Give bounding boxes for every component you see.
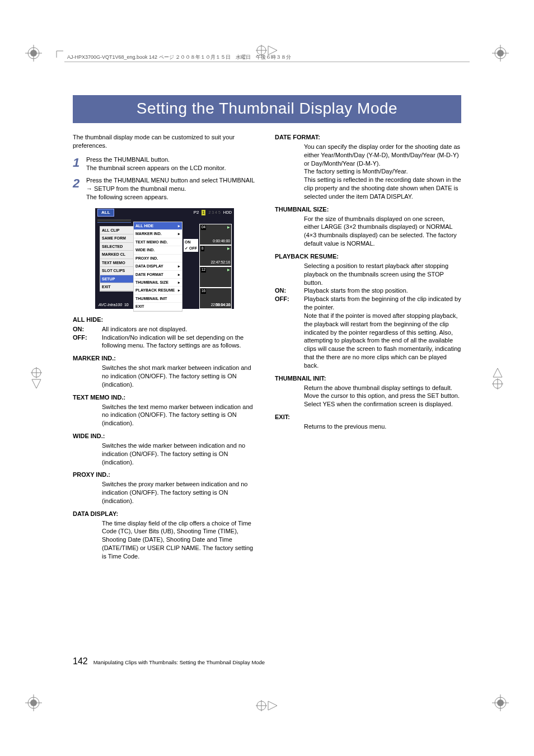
- crop-mark-icon: [492, 45, 509, 62]
- chevron-right-icon: ▸: [178, 223, 180, 228]
- def-term-wide: WIDE IND.:: [73, 432, 259, 440]
- ms-thumb-tc: 22:47:52:16: [211, 260, 230, 265]
- ms-submenu-item: MARKER IND.: [135, 231, 162, 236]
- def-text: All indicators are not displayed.: [102, 325, 259, 334]
- ms-menu-right: ALL HIDE▸ MARKER IND.▸ TEXT MEMO IND. WI…: [133, 222, 182, 312]
- ms-menu-item: SELECTED: [100, 243, 135, 251]
- ms-submenu-item: PROXY IND.: [134, 255, 182, 262]
- def-text: Switches the shot mark marker between in…: [73, 364, 259, 389]
- play-icon: ▶: [227, 246, 230, 251]
- crop-mark-icon: [31, 367, 42, 389]
- step-text: Press the THUMBNAIL MENU button and sele…: [86, 176, 259, 193]
- step-text: The thumbnail screen appears on the LCD …: [86, 164, 259, 172]
- ms-submenu-selected: ALL HIDE: [135, 223, 153, 228]
- ms-menu-item: TEXT MEMO: [100, 259, 135, 267]
- step-text: Press the THUMBNAIL button.: [86, 156, 259, 164]
- ms-submenu-item: TEXT MEMO IND.: [134, 238, 182, 246]
- ms-submenu-item: WIDE IND.: [134, 246, 182, 254]
- step-number: 1: [73, 156, 86, 172]
- def-term-thumbinit: THUMBNAIL INIT:: [275, 374, 461, 383]
- ms-menu-item: SLOT CLIPS: [100, 267, 135, 275]
- def-term-proxy: PROXY IND.:: [73, 471, 259, 479]
- page-title: Setting the Thumbnail Display Mode: [73, 95, 461, 123]
- page-number: 142: [73, 656, 88, 666]
- ms-menu-item: EXIT: [100, 283, 135, 291]
- ms-slot-inactive: 2 3 4 5: [208, 210, 221, 215]
- def-text: Switches the text memo marker between in…: [73, 403, 259, 428]
- ms-on-option: ON: [184, 239, 198, 245]
- crop-corner-icon: [56, 50, 64, 58]
- ms-p2-label: P2: [194, 210, 199, 216]
- def-text: Return the above thumbnail display setti…: [275, 384, 461, 409]
- def-term-textmemo: TEXT MEMO IND.:: [73, 393, 259, 402]
- def-text: The time display field of the clip offer…: [73, 519, 259, 561]
- chevron-right-icon: ▸: [178, 272, 180, 277]
- ms-submenu-item: PLAYBACK RESUME: [135, 288, 175, 293]
- ms-slot-active: 1: [202, 210, 206, 215]
- ms-hdd-label: HDD: [223, 210, 232, 215]
- ms-submenu-item: DATA DISPLAY: [135, 264, 163, 269]
- crop-mark-icon: [492, 694, 509, 711]
- page-meta: AJ-HPX3700G-VQT1V68_eng.book 142 ページ ２００…: [67, 54, 291, 61]
- ms-menu-item-selected: SETUP: [100, 275, 135, 283]
- crop-mark-icon: [492, 367, 503, 389]
- ms-onoff-popup: ON ✓ OFF: [184, 239, 198, 252]
- page-footer: 142 Manipulating Clips with Thumbnails: …: [73, 656, 265, 666]
- def-text: Switches the proxy marker between indica…: [73, 480, 259, 505]
- def-term-allhide: ALL HIDE:: [73, 316, 259, 324]
- def-term-exit: EXIT:: [275, 413, 461, 421]
- step-1: 1 Press the THUMBNAIL button. The thumbn…: [73, 156, 259, 172]
- def-text: Selecting a position to restart playback…: [275, 262, 461, 287]
- crop-mark-icon: [256, 700, 278, 711]
- off-label: OFF:: [73, 334, 102, 350]
- play-icon: ▶: [227, 267, 230, 272]
- step-2: 2 Press the THUMBNAIL MENU button and se…: [73, 176, 259, 201]
- chevron-right-icon: ▸: [178, 231, 180, 236]
- intro-text: The thumbnail display mode can be custom…: [73, 133, 259, 150]
- header-rule: [64, 62, 470, 62]
- ms-thumb-number: 16: [201, 289, 206, 294]
- play-icon: ▶: [227, 225, 230, 229]
- ms-thumbnails: 04▶0:00:46:00 8▶22:47:52:16 12▶ 1622:58:…: [199, 224, 232, 309]
- def-text: This setting is reflected in the recordi…: [275, 176, 461, 201]
- menu-screenshot: ALL P2 1 2 3 4 5 HDD ALL CLIP SAME FORM …: [95, 208, 234, 309]
- chevron-right-icon: ▸: [178, 280, 180, 285]
- ms-submenu-item: DATE FORMAT: [135, 272, 163, 277]
- crop-mark-icon: [25, 45, 42, 62]
- chevron-right-icon: ▸: [178, 264, 180, 269]
- def-term-playback: PLAYBACK RESUME:: [275, 252, 461, 261]
- footer-text: Manipulating Clips with Thumbnails: Sett…: [93, 659, 265, 665]
- def-text: Playback starts from the beginning of th…: [304, 295, 461, 312]
- def-note: Note that if the pointer is moved after …: [275, 312, 461, 370]
- ms-all-badge: ALL: [97, 209, 114, 217]
- step-text: The following screen appears.: [86, 193, 259, 201]
- ms-menu-left: ALL CLIP SAME FORM SELECTED MARKED CL TE…: [100, 226, 135, 292]
- chevron-right-icon: ▸: [178, 288, 180, 293]
- ms-clip-count: 10: [124, 303, 129, 307]
- ms-menu-item: ALL CLIP: [100, 227, 135, 234]
- off-label: OFF:: [275, 295, 304, 312]
- def-text: Indication/No indication will be set dep…: [102, 334, 259, 350]
- on-label: ON:: [275, 287, 304, 295]
- ms-thumb-number: 12: [201, 267, 206, 273]
- ms-thumb-tc: 0:00:46:00: [213, 239, 230, 244]
- def-term-thumbsize: THUMBNAIL SIZE:: [275, 205, 461, 214]
- ms-thumb-number: 04: [201, 225, 206, 230]
- step-number: 2: [73, 176, 86, 201]
- ms-submenu-item: THUMBNAIL SIZE: [135, 280, 168, 285]
- ms-duration: 00:04:16: [216, 302, 231, 307]
- ms-thumb-number: 8: [201, 246, 204, 251]
- def-text: Playback starts from the stop position.: [304, 287, 461, 295]
- ms-menu-item: MARKED CL: [100, 251, 135, 259]
- crop-mark-icon: [25, 694, 42, 711]
- ms-off-option: ✓ OFF: [184, 245, 198, 251]
- ms-codec-label: AVC-Intra100: [99, 303, 122, 307]
- def-text: You can specify the display order for th…: [275, 143, 461, 168]
- def-term-dateformat: DATE FORMAT:: [275, 133, 461, 142]
- def-text: For the size of thumbnails displayed on …: [275, 215, 461, 248]
- def-term-marker: MARKER IND.:: [73, 354, 259, 363]
- ms-menu-item: SAME FORM: [100, 234, 135, 242]
- def-text: The factory setting is Month/Day/Year.: [275, 167, 461, 176]
- def-term-datadisplay: DATA DISPLAY:: [73, 510, 259, 518]
- def-text: Returns to the previous menu.: [275, 422, 461, 431]
